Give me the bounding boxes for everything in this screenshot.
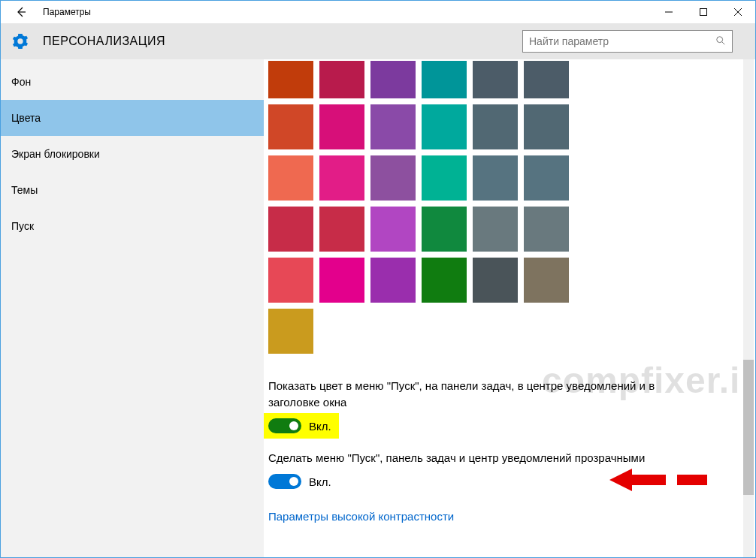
sidebar-item-start[interactable]: Пуск [1, 208, 264, 244]
color-swatch[interactable] [524, 258, 569, 303]
search-input[interactable] [529, 35, 715, 47]
option-label: Сделать меню "Пуск", панель задач и цент… [268, 450, 674, 466]
sidebar-item-label: Экран блокировки [11, 148, 100, 160]
svg-line-5 [722, 41, 725, 44]
color-swatch[interactable] [319, 155, 364, 201]
search-box[interactable] [522, 30, 733, 53]
color-swatch[interactable] [370, 207, 416, 252]
color-swatch[interactable] [473, 207, 518, 252]
window-title: Параметры [43, 7, 91, 17]
toggle-state: Вкл. [309, 475, 331, 488]
svg-rect-7 [677, 475, 707, 485]
color-swatch[interactable] [370, 104, 416, 149]
color-swatch[interactable] [473, 155, 518, 201]
svg-point-4 [717, 36, 723, 42]
minimize-button[interactable] [652, 1, 686, 23]
titlebar: Параметры [1, 1, 755, 23]
color-swatch[interactable] [319, 207, 364, 252]
color-swatch[interactable] [319, 104, 364, 149]
option-show-color: Показать цвет в меню "Пуск", на панели з… [268, 378, 674, 433]
color-swatch[interactable] [422, 258, 467, 303]
back-button[interactable] [10, 1, 32, 23]
sidebar: Фон Цвета Экран блокировки Темы Пуск [1, 59, 264, 557]
color-swatch[interactable] [524, 207, 569, 252]
section-title: ПЕРСОНАЛИЗАЦИЯ [43, 35, 165, 48]
scrollbar-thumb[interactable] [743, 360, 754, 495]
color-swatch[interactable] [473, 258, 518, 303]
content: compfixer.info Показать цвет в меню "Пус… [264, 59, 755, 557]
sidebar-item-label: Фон [11, 76, 31, 88]
toggle-transparency[interactable] [268, 474, 301, 489]
color-swatch[interactable] [268, 258, 313, 303]
color-swatch[interactable] [473, 61, 518, 98]
color-swatch[interactable] [524, 61, 569, 98]
svg-marker-6 [609, 469, 666, 491]
color-swatch[interactable] [319, 61, 364, 98]
search-icon [715, 35, 726, 48]
sidebar-item-background[interactable]: Фон [1, 64, 264, 100]
color-swatch[interactable] [422, 207, 467, 252]
color-swatch[interactable] [370, 61, 416, 98]
color-swatch[interactable] [524, 104, 569, 149]
color-swatch[interactable] [422, 61, 467, 98]
color-swatch[interactable] [524, 155, 569, 201]
option-label: Показать цвет в меню "Пуск", на панели з… [268, 378, 674, 411]
toggle-show-color[interactable] [268, 418, 301, 433]
window-controls [652, 1, 755, 23]
color-palette [268, 61, 742, 303]
color-swatch[interactable] [268, 207, 313, 252]
sidebar-item-lockscreen[interactable]: Экран блокировки [1, 136, 264, 172]
color-swatch[interactable] [319, 258, 364, 303]
sidebar-item-colors[interactable]: Цвета [1, 100, 264, 136]
gear-icon [11, 32, 29, 50]
maximize-button[interactable] [686, 1, 721, 23]
svg-rect-1 [700, 9, 707, 16]
color-swatch[interactable] [422, 155, 467, 201]
color-swatch[interactable] [268, 61, 313, 98]
close-button[interactable] [721, 1, 755, 23]
header: ПЕРСОНАЛИЗАЦИЯ [1, 23, 755, 59]
high-contrast-link[interactable]: Параметры высокой контрастности [268, 510, 454, 523]
sidebar-item-label: Пуск [11, 220, 34, 232]
sidebar-item-themes[interactable]: Темы [1, 172, 264, 208]
color-swatch[interactable] [422, 104, 467, 149]
color-swatch[interactable] [268, 309, 313, 354]
toggle-state: Вкл. [309, 420, 331, 433]
color-swatch[interactable] [268, 155, 313, 201]
sidebar-item-label: Темы [11, 184, 38, 196]
color-swatch[interactable] [473, 104, 518, 149]
color-swatch[interactable] [370, 258, 416, 303]
color-swatch[interactable] [268, 104, 313, 149]
sidebar-item-label: Цвета [11, 112, 41, 124]
color-swatch[interactable] [370, 155, 416, 201]
annotation-arrow [609, 465, 715, 495]
